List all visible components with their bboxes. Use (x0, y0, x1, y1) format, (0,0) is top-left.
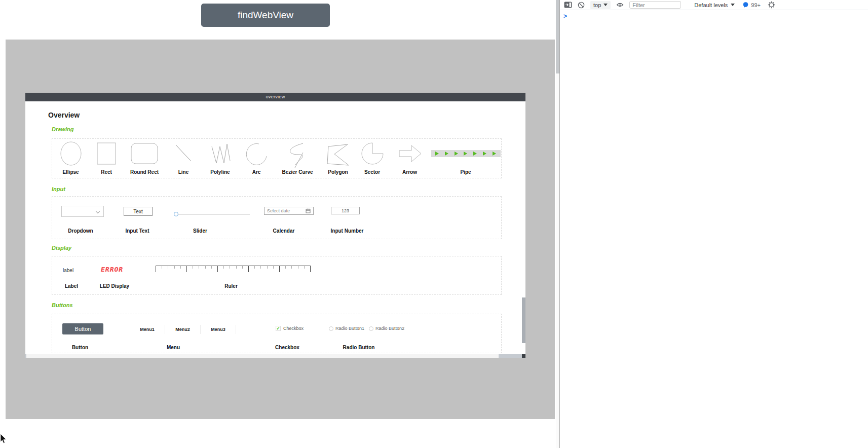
page-scrollbar-thumb[interactable] (556, 0, 559, 73)
line-shape-icon (172, 139, 195, 168)
page-title: Overview (48, 111, 80, 119)
widget-label-menu: Menu (167, 345, 180, 350)
shape-pipe: Pipe (430, 139, 501, 178)
frame-context-selector[interactable]: top (590, 1, 611, 9)
shape-label: Pipe (460, 169, 471, 175)
sector-shape-icon (360, 139, 385, 168)
shape-arc: Arc (239, 139, 274, 178)
widget-label-checkbox: Checkbox (275, 345, 299, 350)
scrollbar-corner (522, 354, 525, 358)
widget-label-button: Button (72, 345, 88, 350)
widget-label-slider: Slider (193, 228, 207, 234)
frame-context-value: top (593, 2, 601, 8)
clear-console-icon[interactable] (578, 2, 585, 9)
panel-horizontal-scrollbar-thumb[interactable] (26, 354, 499, 358)
checkbox-check-icon[interactable]: ✓ (276, 326, 281, 331)
find-webview-button[interactable]: findWebView (201, 4, 330, 27)
pipe-shape-icon (431, 139, 501, 168)
overview-window-titlebar: overview (25, 93, 525, 101)
panel-horizontal-scrollbar[interactable] (25, 354, 522, 358)
buttons-section: Button Menu1 Menu2 Menu3 ✓ Checkbox Radi… (52, 314, 502, 353)
shape-arrow: Arrow (389, 139, 430, 178)
section-title-input: Input (52, 186, 65, 192)
polygon-shape-icon (325, 139, 351, 168)
shape-ellipse: Ellipse (52, 139, 89, 178)
radio-button-1[interactable]: Radio Button1 (329, 326, 364, 331)
console-sidebar-toggle-icon[interactable] (564, 2, 572, 8)
shape-round-rect: Round Rect (124, 139, 165, 178)
menu-item-1[interactable]: Menu1 (130, 325, 165, 334)
widget-label-label: Label (65, 283, 78, 289)
drawing-section: Ellipse Rect Round Rect Line Polyline (52, 138, 502, 178)
checkbox[interactable]: ✓ Checkbox (276, 326, 304, 331)
panel-vertical-scrollbar-thumb[interactable] (522, 297, 525, 343)
mouse-cursor-icon (1, 434, 9, 444)
number-input[interactable]: 123 (331, 207, 360, 214)
shape-label: Sector (364, 169, 380, 175)
arc-shape-icon (244, 139, 269, 168)
section-title-display: Display (52, 245, 71, 251)
console-filter-input[interactable] (629, 1, 681, 9)
shape-sector: Sector (355, 139, 389, 178)
led-display-widget: ERROR (101, 266, 123, 273)
polyline-shape-icon (208, 139, 233, 168)
ellipse-shape-icon (59, 139, 83, 168)
shape-polygon: Polygon (321, 139, 355, 178)
shape-line: Line (165, 139, 202, 178)
slider[interactable] (174, 212, 250, 217)
ruler-widget (156, 266, 311, 272)
dropdown-select[interactable] (61, 206, 104, 217)
input-section: Text Select date 123 Dropdown Input Text… (52, 196, 502, 239)
issues-count-text: 99+ (751, 2, 761, 8)
section-title-drawing: Drawing (52, 126, 73, 132)
menu-item-2[interactable]: Menu2 (165, 325, 201, 334)
shape-label: Line (178, 169, 189, 175)
menubar: Menu1 Menu2 Menu3 (130, 325, 236, 334)
round-rect-shape-icon (130, 139, 159, 168)
radio-circle-icon[interactable] (329, 326, 333, 331)
radio1-text: Radio Button1 (335, 326, 364, 331)
section-title-buttons: Buttons (52, 302, 73, 308)
widget-label-dropdown: Dropdown (68, 228, 93, 234)
shape-label: Ellipse (62, 169, 79, 175)
display-section: label ERROR Label LED Display Ruler (52, 256, 502, 295)
calendar-input[interactable]: Select date (264, 207, 314, 215)
demo-button[interactable]: Button (62, 323, 103, 334)
console-prompt-icon: > (563, 13, 567, 20)
shape-label: Round Rect (130, 169, 159, 175)
overview-window: overview Overview Drawing Ellipse Rect R… (25, 93, 525, 354)
settings-gear-icon[interactable] (768, 1, 775, 9)
chevron-down-icon (603, 4, 608, 6)
calendar-placeholder: Select date (267, 208, 290, 213)
shape-label: Polygon (328, 169, 348, 175)
arrow-shape-icon (397, 139, 423, 168)
page-scrollbar[interactable] (556, 0, 559, 448)
shape-polyline: Polyline (202, 139, 239, 178)
live-expression-eye-icon[interactable] (616, 2, 624, 8)
shape-label: Polyline (210, 169, 230, 175)
widget-label-input-text: Input Text (125, 228, 149, 234)
rect-shape-icon (95, 139, 118, 168)
widget-label-radio-button: Radio Button (343, 345, 375, 350)
radio2-text: Radio Button2 (375, 326, 404, 331)
chevron-down-icon (96, 209, 100, 213)
text-input[interactable]: Text (124, 207, 153, 216)
widget-label-ruler: Ruler (224, 283, 238, 289)
slider-track[interactable] (174, 214, 250, 215)
log-levels-value: Default levels (694, 2, 728, 8)
bezier-curve-shape-icon (285, 139, 310, 168)
log-levels-selector[interactable]: Default levels (694, 2, 735, 8)
calendar-icon (306, 208, 311, 213)
issues-counter[interactable]: 99+ (743, 2, 761, 8)
console-input-line[interactable]: > (563, 13, 567, 20)
screen: { "app": { "find_button_label": "findWeb… (0, 0, 868, 448)
shape-label: Bezier Curve (282, 169, 313, 175)
radio-circle-icon[interactable] (369, 326, 373, 331)
menu-item-3[interactable]: Menu3 (201, 325, 236, 334)
slider-handle[interactable] (174, 212, 178, 216)
shape-label: Arc (252, 169, 261, 175)
radio-button-2[interactable]: Radio Button2 (369, 326, 404, 331)
shape-bezier-curve: Bezier Curve (274, 139, 321, 178)
label-widget: label (63, 268, 73, 273)
widget-label-input-number: Input Number (331, 228, 364, 234)
